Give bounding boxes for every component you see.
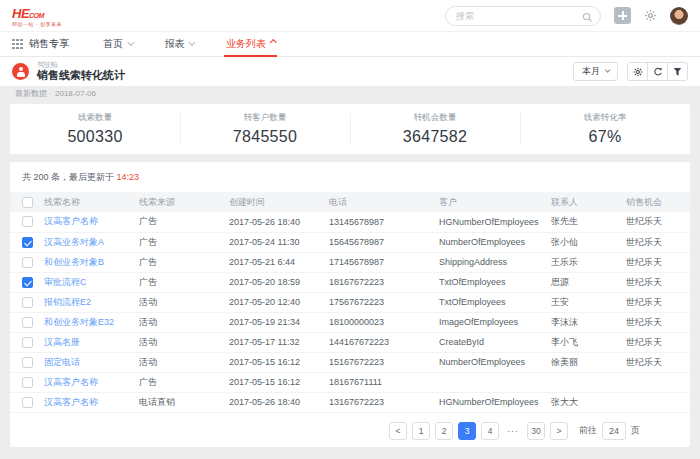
table-row: 和创业务对象E32活动2017-05-19 21:3418100000023Im… — [10, 312, 690, 332]
select-all-checkbox[interactable] — [22, 197, 33, 208]
lead-name-link[interactable]: 审批流程C — [44, 277, 87, 287]
lead-source: 广告 — [139, 377, 157, 387]
page-button-4[interactable]: 4 — [481, 422, 499, 440]
gear-icon — [633, 67, 643, 77]
column-header: 客户 — [435, 192, 547, 212]
search-input[interactable] — [445, 6, 601, 26]
table-row: 和创业务对象B广告2017-05-21 6:4417145678987Shipp… — [10, 252, 690, 272]
row-checkbox[interactable] — [22, 216, 33, 227]
tab-reports[interactable]: 报表 — [162, 32, 196, 56]
row-checkbox[interactable] — [22, 397, 33, 408]
lead-name-link[interactable]: 报销流程E2 — [44, 297, 91, 307]
table-row: 报销流程E2活动2017-05-20 12:4017567672223TxtOf… — [10, 292, 690, 312]
phone-number: 13167672223 — [329, 397, 384, 407]
app-window: HECOM 和创一站 · 创享未来 销售专享 首页报表业务列表 — [0, 0, 700, 459]
column-header: 线索来源 — [135, 192, 225, 212]
row-checkbox[interactable] — [22, 357, 33, 368]
table-row: 固定电话活动2017-05-15 16:1215167672223NumberO… — [10, 352, 690, 372]
page-button-2[interactable]: 2 — [435, 422, 453, 440]
tab-label: 首页 — [103, 37, 123, 51]
leads-table: 线索名称线索来源创建时间电话客户联系人销售机会 汉高客户名称广告2017-05-… — [10, 192, 690, 413]
lead-name-link[interactable]: 和创业务对象E32 — [44, 317, 114, 327]
chevron-up-icon — [270, 39, 276, 45]
latest-data-date: 2018-07-06 — [55, 89, 96, 98]
kpi-conversion-rate: 线索转化率67% — [520, 104, 690, 154]
meta-strip: 最新数据 2018-07-06 — [0, 86, 700, 101]
lead-name-link[interactable]: 汉高客户名称 — [44, 377, 98, 387]
chevron-down-icon — [128, 39, 134, 45]
row-checkbox[interactable] — [22, 337, 33, 348]
lead-name-link[interactable]: 固定电话 — [44, 357, 80, 367]
toolbar-button-group — [627, 62, 688, 81]
lead-source: 广告 — [139, 237, 157, 247]
apps-grid-icon[interactable] — [12, 39, 23, 50]
period-dropdown[interactable]: 本月 — [573, 62, 618, 81]
lead-name-link[interactable]: 和创业务对象B — [44, 257, 104, 267]
column-header: 创建时间 — [225, 192, 325, 212]
lead-name-link[interactable]: 汉高名册 — [44, 337, 80, 347]
latest-data-label: 最新数据 — [15, 88, 47, 99]
next-page-button[interactable]: > — [550, 422, 568, 440]
column-header: 电话 — [325, 192, 435, 212]
refresh-icon — [653, 67, 663, 77]
row-checkbox[interactable] — [22, 237, 33, 248]
goto-unit-label: 页 — [631, 424, 640, 437]
phone-number: 18100000023 — [329, 317, 384, 327]
lead-name-link[interactable]: 汉高客户名称 — [44, 216, 98, 226]
contact-name: 李沫沫 — [551, 317, 578, 327]
pagination-goto: 前往 页 — [579, 422, 640, 440]
created-time: 2017-05-20 12:40 — [229, 297, 300, 307]
goto-label: 前往 — [579, 424, 597, 437]
phone-number: 17145678987 — [329, 257, 384, 267]
table-body: 汉高客户名称广告2017-05-26 18:4013145678987HGNum… — [10, 212, 690, 412]
goto-page-input[interactable] — [602, 422, 626, 440]
prev-page-button[interactable]: < — [389, 422, 407, 440]
sales-opportunity: 世纪乐天 — [626, 297, 662, 307]
nav-tabs: 首页报表业务列表 — [101, 32, 278, 56]
sales-opportunity: 世纪乐天 — [626, 357, 662, 367]
table-row: 汉高客户名称广告2017-05-15 16:1218167671111 — [10, 372, 690, 392]
customer-name: TxtOfEmployees — [439, 277, 506, 287]
row-checkbox[interactable] — [22, 377, 33, 388]
page-button-30[interactable]: 30 — [527, 422, 545, 440]
contact-name: 思源 — [551, 277, 569, 287]
sales-opportunity: 世纪乐天 — [626, 216, 662, 226]
table-row: 汉高业务对象A广告2017-05-24 11:3015645678987Numb… — [10, 232, 690, 252]
table-header-row: 线索名称线索来源创建时间电话客户联系人销售机会 — [10, 192, 690, 212]
customer-name: NumberOfEmployees — [439, 237, 525, 247]
refresh-button[interactable] — [647, 62, 668, 81]
phone-number: 18167671111 — [329, 377, 382, 387]
tab-home[interactable]: 首页 — [101, 32, 135, 56]
sales-opportunity: 世纪乐天 — [626, 277, 662, 287]
page-header-actions: 本月 — [573, 62, 688, 81]
page-body: 线索数量500330转客户数量7845550转机会数量3647582线索转化率6… — [0, 104, 700, 447]
settings-gear-button[interactable] — [644, 9, 657, 22]
add-button[interactable] — [614, 7, 631, 24]
column-header: 线索名称 — [40, 192, 135, 212]
sales-opportunity: 世纪乐天 — [626, 237, 662, 247]
created-time: 2017-05-17 11:32 — [229, 337, 299, 347]
lead-name-link[interactable]: 汉高客户名称 — [44, 397, 98, 407]
row-checkbox[interactable] — [22, 317, 33, 328]
row-checkbox[interactable] — [22, 257, 33, 268]
kpi-value: 500330 — [67, 128, 122, 146]
page-button-3[interactable]: 3 — [458, 422, 476, 440]
created-time: 2017-05-20 18:59 — [229, 277, 300, 287]
tab-business-list[interactable]: 业务列表 — [224, 32, 278, 56]
user-avatar[interactable] — [670, 7, 688, 25]
chevron-down-icon — [189, 39, 195, 45]
lead-name-link[interactable]: 汉高业务对象A — [44, 237, 104, 247]
filter-button[interactable] — [667, 62, 688, 81]
page-button-1[interactable]: 1 — [412, 422, 430, 440]
row-checkbox[interactable] — [22, 297, 33, 308]
settings-button[interactable] — [627, 62, 648, 81]
row-checkbox[interactable] — [22, 277, 33, 288]
customer-name: ImageOfEmployees — [439, 317, 518, 327]
lead-source: 活动 — [139, 317, 157, 327]
customer-name: NumberOfEmployees — [439, 357, 525, 367]
phone-number: 144167672223 — [329, 337, 389, 347]
chevron-down-icon — [605, 67, 611, 73]
table-row: 汉高客户名称广告2017-05-26 18:4013145678987HGNum… — [10, 212, 690, 232]
kpi-label: 转机会数量 — [414, 112, 457, 124]
phone-number: 17567672223 — [329, 297, 384, 307]
